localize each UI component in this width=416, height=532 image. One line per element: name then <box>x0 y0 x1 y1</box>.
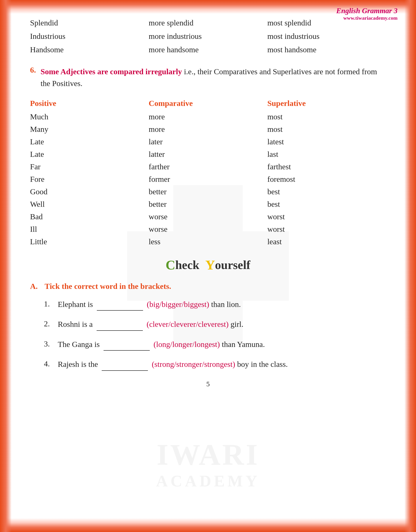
exercise-text: Rajesh is the (strong/stronger/strongest… <box>58 358 386 371</box>
irr-cell-superlative: best <box>267 185 386 198</box>
irr-cell-positive: Late <box>30 148 149 161</box>
cy-y: Y <box>205 257 215 273</box>
cy-ourself: ourself <box>215 258 250 272</box>
irr-cell-comparative: more <box>149 123 267 135</box>
exercise-blank <box>97 298 143 311</box>
exercise-options: (big/bigger/biggest) <box>147 300 209 309</box>
exercise-item: 4.Rajesh is the (strong/stronger/stronge… <box>44 358 386 371</box>
irr-row: Goodbetterbest <box>30 185 386 198</box>
cy-heck: heck <box>175 258 205 272</box>
irregular-table: Positive Comparative Superlative Muchmor… <box>30 97 386 248</box>
irr-cell-comparative: later <box>149 135 267 148</box>
irr-row: Illworseworst <box>30 223 386 235</box>
top-adj-cell-positive: Splendid <box>30 16 149 29</box>
irr-cell-positive: Late <box>30 135 149 148</box>
irr-cell-positive: Many <box>30 123 149 135</box>
irr-cell-positive: Far <box>30 161 149 173</box>
watermark-academy: ACADEMY <box>156 472 260 490</box>
exercise-num: 3. <box>44 338 58 350</box>
page-number: 5 <box>30 380 386 388</box>
top-adj-row: Handsomemore handsomemost handsome <box>30 43 386 57</box>
section6-heading: Some Adjectives are compared irregularly… <box>41 66 386 89</box>
irr-cell-superlative: last <box>267 148 386 161</box>
exercise-item: 1.Elephant is (big/bigger/biggest) than … <box>44 298 386 311</box>
section6-number: 6. <box>30 66 36 75</box>
exercise-blank <box>97 318 143 330</box>
irr-cell-comparative: more <box>149 111 267 123</box>
irr-cell-comparative: latter <box>149 148 267 161</box>
irr-cell-superlative: most <box>267 111 386 123</box>
irr-cell-superlative: least <box>267 235 386 248</box>
irr-cell-comparative: worse <box>149 211 267 223</box>
section-a-row: A. Tick the correct word in the brackets… <box>30 282 386 291</box>
irr-row: Latelatterlast <box>30 148 386 161</box>
exercise-blank <box>102 358 148 371</box>
irr-cell-comparative: less <box>149 235 267 248</box>
irr-cell-superlative: worst <box>267 223 386 235</box>
irr-cell-superlative: most <box>267 123 386 135</box>
irr-cell-positive: Ill <box>30 223 149 235</box>
top-adj-cell-positive: Handsome <box>30 43 149 57</box>
section6-highlight: Some Adjectives are compared irregularly <box>41 67 182 76</box>
irr-row: Latelaterlatest <box>30 135 386 148</box>
exercise-options: (strong/stronger/strongest) <box>152 360 235 368</box>
irr-cell-positive: Well <box>30 198 149 211</box>
irr-row: Littlelessleast <box>30 235 386 248</box>
exercise-num: 1. <box>44 298 58 310</box>
irr-row: Foreformerforemost <box>30 173 386 185</box>
irr-cell-comparative: former <box>149 173 267 185</box>
irr-cell-positive: Much <box>30 111 149 123</box>
top-adj-cell-comparative: more handsome <box>149 43 267 57</box>
exercise-num: 4. <box>44 358 58 370</box>
header-positive: Positive <box>30 97 149 111</box>
brand-title: English Grammar 3 <box>336 7 397 15</box>
irr-cell-superlative: foremost <box>267 173 386 185</box>
irr-cell-superlative: farthest <box>267 161 386 173</box>
irr-row: Manymoremost <box>30 123 386 135</box>
exercise-text: The Ganga is (long/longer/longest) than … <box>58 338 386 351</box>
top-adj-cell-superlative: most handsome <box>267 43 386 57</box>
top-adj-row: Industriousmore industriousmost industri… <box>30 29 386 43</box>
irr-cell-positive: Bad <box>30 211 149 223</box>
irr-cell-comparative: farther <box>149 161 267 173</box>
exercise-text: Elephant is (big/bigger/biggest) than li… <box>58 298 386 311</box>
check-yourself-text: Check Yourself <box>166 257 251 273</box>
exercise-item: 2.Roshni is a (clever/cleverer/cleverest… <box>44 318 386 330</box>
irr-row: Farfartherfarthest <box>30 161 386 173</box>
irr-row: Badworseworst <box>30 211 386 223</box>
irr-cell-superlative: best <box>267 198 386 211</box>
exercises-list: 1.Elephant is (big/bigger/biggest) than … <box>44 298 386 371</box>
bottom-border <box>0 518 416 532</box>
top-adj-cell-positive: Industrious <box>30 29 149 43</box>
top-adj-cell-comparative: more splendid <box>149 16 267 29</box>
exercise-options: (clever/cleverer/cleverest) <box>147 320 228 329</box>
irr-cell-positive: Good <box>30 185 149 198</box>
exercise-blank <box>104 338 150 351</box>
irr-cell-superlative: latest <box>267 135 386 148</box>
irr-cell-comparative: better <box>149 198 267 211</box>
top-adj-cell-superlative: most industrious <box>267 29 386 43</box>
brand-url: www.tiwariacademy.com <box>336 15 397 21</box>
brand-header: English Grammar 3 www.tiwariacademy.com <box>336 7 397 21</box>
irr-cell-comparative: better <box>149 185 267 198</box>
irr-cell-positive: Little <box>30 235 149 248</box>
irr-cell-positive: Fore <box>30 173 149 185</box>
exercise-item: 3.The Ganga is (long/longer/longest) tha… <box>44 338 386 351</box>
exercise-num: 2. <box>44 318 58 330</box>
cy-c: C <box>166 257 175 273</box>
header-superlative: Superlative <box>267 97 386 111</box>
exercise-text: Roshni is a (clever/cleverer/cleverest) … <box>58 318 386 330</box>
top-adj-table: Splendidmore splendidmost splendidIndust… <box>30 16 386 57</box>
top-adj-cell-comparative: more industrious <box>149 29 267 43</box>
irr-cell-comparative: worse <box>149 223 267 235</box>
section-a-label: A. <box>30 282 38 291</box>
check-yourself-section: Check Yourself <box>30 257 386 273</box>
section-a-heading: Tick the correct word in the brackets. <box>45 282 171 291</box>
top-adj-row: Splendidmore splendidmost splendid <box>30 16 386 29</box>
section6-header: 6. Some Adjectives are compared irregula… <box>30 66 386 94</box>
watermark-iwari: IWARI <box>157 437 260 472</box>
irr-row: Muchmoremost <box>30 111 386 123</box>
exercise-options: (long/longer/longest) <box>153 340 220 348</box>
irr-row: Wellbetterbest <box>30 198 386 211</box>
irr-cell-superlative: worst <box>267 211 386 223</box>
